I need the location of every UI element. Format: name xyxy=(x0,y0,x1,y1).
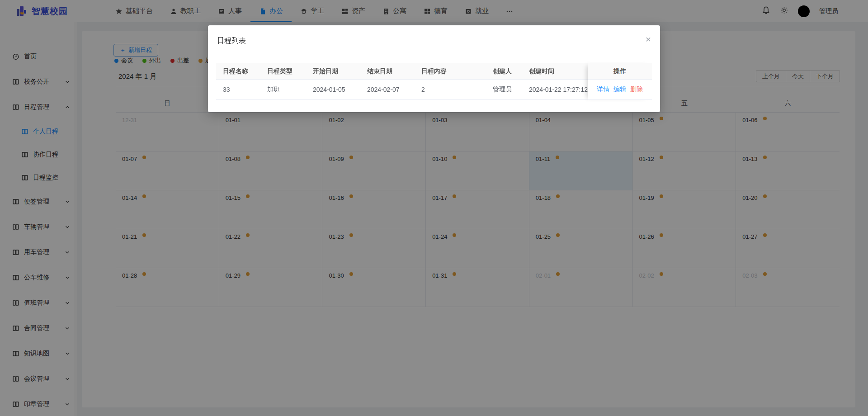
row-cell-6: 管理员 xyxy=(486,80,522,99)
column-header-4: 结束日期 xyxy=(360,63,415,79)
column-header-1: 日程名称 xyxy=(216,63,260,79)
modal-title: 日程列表 xyxy=(217,36,246,46)
row-cell-4: 2024-02-07 xyxy=(360,80,415,99)
column-header-2: 日程类型 xyxy=(260,63,306,79)
table-header-row: 日程名称日程类型开始日期结束日期日程内容创建人创建时间 xyxy=(216,63,652,80)
column-header-3: 开始日期 xyxy=(306,63,360,79)
schedule-list-modal: 日程列表 × 日程名称日程类型开始日期结束日期日程内容创建人创建时间 33加班2… xyxy=(208,25,660,112)
action-link-删除[interactable]: 删除 xyxy=(630,85,643,94)
row-actions: 详情编辑删除 xyxy=(588,80,652,100)
close-icon[interactable]: × xyxy=(646,34,651,44)
column-header-6: 创建人 xyxy=(486,63,522,79)
table-row: 33加班2024-01-052024-02-072管理员2024-01-22 1… xyxy=(216,80,652,100)
action-link-详情[interactable]: 详情 xyxy=(597,85,609,94)
row-cell-1: 33 xyxy=(216,80,260,99)
action-link-编辑[interactable]: 编辑 xyxy=(613,85,626,94)
actions-column-header: 操作 xyxy=(588,63,652,80)
row-cell-2: 加班 xyxy=(260,80,306,99)
schedule-table: 日程名称日程类型开始日期结束日期日程内容创建人创建时间 33加班2024-01-… xyxy=(216,63,652,100)
column-header-5: 日程内容 xyxy=(415,63,486,79)
table-fixed-actions-column: 操作 详情编辑删除 xyxy=(588,63,652,100)
row-cell-5: 2 xyxy=(415,80,486,99)
row-cell-3: 2024-01-05 xyxy=(306,80,360,99)
